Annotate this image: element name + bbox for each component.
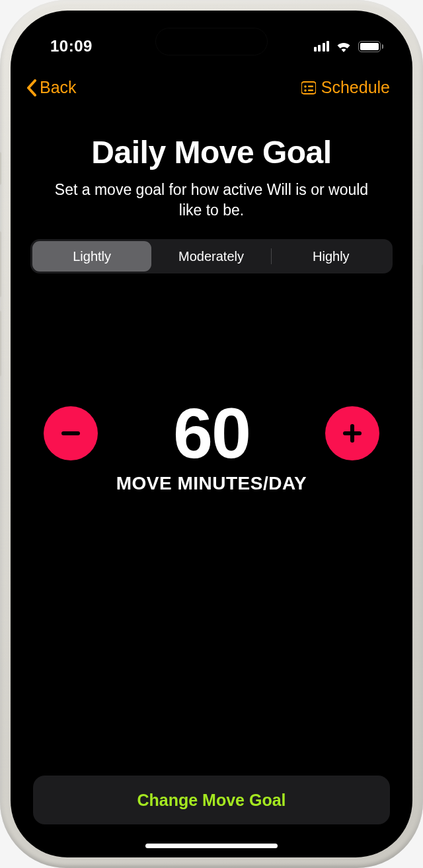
phone-frame: 10:09 Back: [0, 0, 423, 868]
increase-button[interactable]: [325, 406, 379, 460]
svg-point-3: [304, 89, 307, 92]
page-subtitle: Set a move goal for how active Will is o…: [30, 180, 393, 221]
screen: 10:09 Back: [11, 11, 412, 857]
volume-down-hw: [0, 310, 1, 377]
svg-rect-5: [61, 431, 80, 435]
nav-bar: Back Schedule: [11, 63, 412, 104]
segment-highly[interactable]: Highly: [272, 241, 391, 271]
minus-icon: [58, 420, 84, 447]
decrease-button[interactable]: [44, 406, 98, 460]
svg-point-1: [304, 85, 307, 88]
change-move-goal-button[interactable]: Change Move Goal: [33, 776, 390, 824]
goal-value: 60: [173, 398, 250, 469]
battery-icon: [358, 41, 383, 52]
segment-moderately-label: Moderately: [178, 249, 244, 264]
back-button[interactable]: Back: [26, 78, 77, 97]
segment-lightly-label: Lightly: [73, 249, 111, 264]
cellular-signal-icon: [314, 41, 330, 52]
svg-rect-7: [350, 424, 354, 443]
home-indicator[interactable]: [145, 844, 278, 848]
svg-rect-4: [308, 89, 313, 91]
schedule-button[interactable]: Schedule: [301, 78, 390, 97]
silence-switch: [0, 152, 1, 185]
chevron-left-icon: [26, 79, 37, 96]
wifi-icon: [336, 40, 352, 52]
back-label: Back: [40, 78, 77, 97]
content-area: Daily Move Goal Set a move goal for how …: [11, 104, 412, 857]
svg-rect-2: [308, 85, 313, 87]
status-time: 10:09: [50, 37, 93, 55]
segment-moderately[interactable]: Moderately: [151, 241, 270, 271]
goal-stepper: 60: [30, 398, 393, 469]
dynamic-island: [155, 28, 268, 55]
page-title: Daily Move Goal: [30, 134, 393, 170]
segment-lightly[interactable]: Lightly: [32, 241, 151, 271]
change-move-goal-label: Change Move Goal: [137, 791, 286, 810]
status-icons: [314, 40, 384, 52]
goal-unit-label: MOVE MINUTES/DAY: [30, 473, 393, 494]
schedule-icon: [301, 81, 316, 94]
plus-icon: [339, 420, 365, 447]
activity-level-segmented-control: Lightly Moderately Highly: [30, 239, 393, 273]
segment-highly-label: Highly: [313, 249, 350, 264]
volume-up-hw: [0, 231, 1, 297]
svg-rect-0: [301, 82, 316, 94]
schedule-label: Schedule: [321, 78, 390, 97]
